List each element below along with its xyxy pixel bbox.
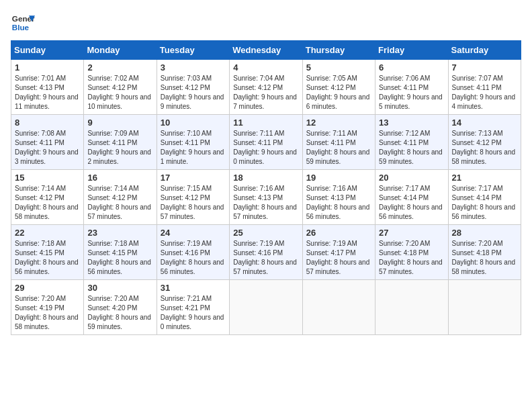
- day-info: Sunrise: 7:20 AM Sunset: 4:20 PM Dayligh…: [87, 294, 152, 332]
- day-info: Sunrise: 7:18 AM Sunset: 4:15 PM Dayligh…: [15, 239, 80, 277]
- calendar-cell: 25 Sunrise: 7:19 AM Sunset: 4:16 PM Dayl…: [230, 225, 302, 280]
- page-header: General Blue: [11, 11, 521, 35]
- day-number: 17: [161, 173, 226, 183]
- calendar-cell: 12 Sunrise: 7:11 AM Sunset: 4:11 PM Dayl…: [302, 115, 375, 170]
- calendar-cell: [230, 280, 302, 335]
- day-info: Sunrise: 7:01 AM Sunset: 4:13 PM Dayligh…: [15, 74, 80, 111]
- calendar-cell: 13 Sunrise: 7:12 AM Sunset: 4:11 PM Dayl…: [375, 115, 448, 170]
- calendar-cell: 2 Sunrise: 7:02 AM Sunset: 4:12 PM Dayli…: [84, 60, 157, 115]
- calendar-cell: 24 Sunrise: 7:19 AM Sunset: 4:16 PM Dayl…: [157, 225, 229, 280]
- day-number: 20: [379, 173, 444, 183]
- day-number: 19: [306, 173, 371, 183]
- day-info: Sunrise: 7:14 AM Sunset: 4:12 PM Dayligh…: [15, 184, 80, 222]
- day-number: 2: [87, 62, 152, 73]
- calendar-week-1: 1 Sunrise: 7:01 AM Sunset: 4:13 PM Dayli…: [11, 60, 521, 115]
- day-info: Sunrise: 7:16 AM Sunset: 4:13 PM Dayligh…: [233, 184, 298, 222]
- day-number: 5: [306, 62, 371, 73]
- day-number: 26: [306, 228, 371, 238]
- day-number: 28: [452, 228, 517, 238]
- header-saturday: Saturday: [448, 41, 521, 60]
- calendar-cell: 14 Sunrise: 7:13 AM Sunset: 4:12 PM Dayl…: [448, 115, 521, 170]
- day-number: 21: [452, 173, 517, 183]
- calendar-cell: 4 Sunrise: 7:04 AM Sunset: 4:12 PM Dayli…: [230, 60, 302, 115]
- day-info: Sunrise: 7:20 AM Sunset: 4:19 PM Dayligh…: [15, 294, 80, 332]
- day-number: 15: [15, 173, 80, 183]
- day-number: 23: [87, 228, 152, 238]
- calendar-cell: [302, 280, 375, 335]
- day-number: 29: [15, 283, 80, 293]
- calendar-cell: 15 Sunrise: 7:14 AM Sunset: 4:12 PM Dayl…: [11, 170, 84, 225]
- calendar-week-4: 22 Sunrise: 7:18 AM Sunset: 4:15 PM Dayl…: [11, 225, 521, 280]
- calendar-cell: 16 Sunrise: 7:14 AM Sunset: 4:12 PM Dayl…: [84, 170, 157, 225]
- header-tuesday: Tuesday: [157, 41, 229, 60]
- calendar-cell: 29 Sunrise: 7:20 AM Sunset: 4:19 PM Dayl…: [11, 280, 84, 335]
- day-info: Sunrise: 7:20 AM Sunset: 4:18 PM Dayligh…: [379, 239, 444, 277]
- day-number: 13: [379, 118, 444, 128]
- day-info: Sunrise: 7:19 AM Sunset: 4:16 PM Dayligh…: [233, 239, 298, 277]
- day-number: 22: [15, 228, 80, 238]
- calendar-cell: 28 Sunrise: 7:20 AM Sunset: 4:18 PM Dayl…: [448, 225, 521, 280]
- calendar-cell: 23 Sunrise: 7:18 AM Sunset: 4:15 PM Dayl…: [84, 225, 157, 280]
- svg-text:Blue: Blue: [12, 23, 30, 32]
- calendar-cell: 7 Sunrise: 7:07 AM Sunset: 4:11 PM Dayli…: [448, 60, 521, 115]
- day-info: Sunrise: 7:04 AM Sunset: 4:12 PM Dayligh…: [233, 74, 298, 111]
- calendar-cell: 21 Sunrise: 7:17 AM Sunset: 4:14 PM Dayl…: [448, 170, 521, 225]
- header-friday: Friday: [375, 41, 448, 60]
- day-number: 3: [161, 62, 226, 73]
- day-number: 9: [87, 118, 152, 128]
- day-number: 6: [379, 62, 444, 73]
- calendar-table: SundayMondayTuesdayWednesdayThursdayFrid…: [11, 40, 521, 335]
- day-number: 27: [379, 228, 444, 238]
- header-monday: Monday: [84, 41, 157, 60]
- day-info: Sunrise: 7:06 AM Sunset: 4:11 PM Dayligh…: [379, 74, 444, 111]
- day-number: 30: [87, 283, 152, 293]
- day-info: Sunrise: 7:08 AM Sunset: 4:11 PM Dayligh…: [15, 129, 80, 167]
- calendar-cell: 3 Sunrise: 7:03 AM Sunset: 4:12 PM Dayli…: [157, 60, 229, 115]
- day-info: Sunrise: 7:05 AM Sunset: 4:12 PM Dayligh…: [306, 74, 371, 111]
- day-number: 16: [87, 173, 152, 183]
- day-number: 24: [161, 228, 226, 238]
- day-number: 8: [15, 118, 80, 128]
- day-info: Sunrise: 7:19 AM Sunset: 4:17 PM Dayligh…: [306, 239, 371, 277]
- day-number: 12: [306, 118, 371, 128]
- calendar-cell: 10 Sunrise: 7:10 AM Sunset: 4:11 PM Dayl…: [157, 115, 229, 170]
- day-number: 10: [161, 118, 226, 128]
- day-info: Sunrise: 7:11 AM Sunset: 4:11 PM Dayligh…: [233, 129, 298, 167]
- calendar-cell: 1 Sunrise: 7:01 AM Sunset: 4:13 PM Dayli…: [11, 60, 84, 115]
- calendar-header-row: SundayMondayTuesdayWednesdayThursdayFrid…: [11, 41, 521, 60]
- day-number: 7: [452, 62, 517, 73]
- calendar-cell: 20 Sunrise: 7:17 AM Sunset: 4:14 PM Dayl…: [375, 170, 448, 225]
- day-info: Sunrise: 7:17 AM Sunset: 4:14 PM Dayligh…: [379, 184, 444, 222]
- day-number: 4: [233, 62, 298, 73]
- day-info: Sunrise: 7:20 AM Sunset: 4:18 PM Dayligh…: [452, 239, 517, 277]
- header-thursday: Thursday: [302, 41, 375, 60]
- day-number: 14: [452, 118, 517, 128]
- logo-icon: General Blue: [11, 11, 35, 35]
- calendar-cell: 9 Sunrise: 7:09 AM Sunset: 4:11 PM Dayli…: [84, 115, 157, 170]
- calendar-cell: 26 Sunrise: 7:19 AM Sunset: 4:17 PM Dayl…: [302, 225, 375, 280]
- day-info: Sunrise: 7:03 AM Sunset: 4:12 PM Dayligh…: [161, 74, 226, 111]
- header-sunday: Sunday: [11, 41, 84, 60]
- day-info: Sunrise: 7:12 AM Sunset: 4:11 PM Dayligh…: [379, 129, 444, 167]
- day-info: Sunrise: 7:11 AM Sunset: 4:11 PM Dayligh…: [306, 129, 371, 167]
- calendar-week-3: 15 Sunrise: 7:14 AM Sunset: 4:12 PM Dayl…: [11, 170, 521, 225]
- day-info: Sunrise: 7:16 AM Sunset: 4:13 PM Dayligh…: [306, 184, 371, 222]
- logo: General Blue: [11, 11, 35, 35]
- header-wednesday: Wednesday: [230, 41, 302, 60]
- day-info: Sunrise: 7:14 AM Sunset: 4:12 PM Dayligh…: [87, 184, 152, 222]
- day-info: Sunrise: 7:13 AM Sunset: 4:12 PM Dayligh…: [452, 129, 517, 167]
- day-info: Sunrise: 7:10 AM Sunset: 4:11 PM Dayligh…: [161, 129, 226, 167]
- calendar-week-5: 29 Sunrise: 7:20 AM Sunset: 4:19 PM Dayl…: [11, 280, 521, 335]
- day-number: 25: [233, 228, 298, 238]
- day-number: 31: [161, 283, 226, 293]
- day-info: Sunrise: 7:19 AM Sunset: 4:16 PM Dayligh…: [161, 239, 226, 277]
- day-number: 18: [233, 173, 298, 183]
- calendar-cell: [448, 280, 521, 335]
- calendar-cell: 30 Sunrise: 7:20 AM Sunset: 4:20 PM Dayl…: [84, 280, 157, 335]
- calendar-cell: 8 Sunrise: 7:08 AM Sunset: 4:11 PM Dayli…: [11, 115, 84, 170]
- day-info: Sunrise: 7:17 AM Sunset: 4:14 PM Dayligh…: [452, 184, 517, 222]
- calendar-cell: 11 Sunrise: 7:11 AM Sunset: 4:11 PM Dayl…: [230, 115, 302, 170]
- calendar-cell: 5 Sunrise: 7:05 AM Sunset: 4:12 PM Dayli…: [302, 60, 375, 115]
- calendar-cell: 18 Sunrise: 7:16 AM Sunset: 4:13 PM Dayl…: [230, 170, 302, 225]
- day-info: Sunrise: 7:21 AM Sunset: 4:21 PM Dayligh…: [161, 294, 226, 332]
